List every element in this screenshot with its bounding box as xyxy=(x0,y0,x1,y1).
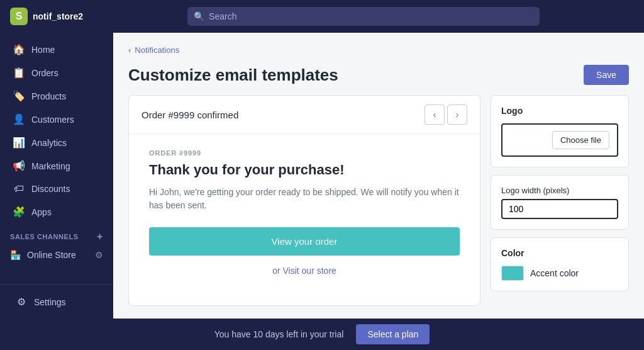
sidebar-label-orders: Orders xyxy=(31,68,58,78)
email-order-label: ORDER #9999 xyxy=(149,149,460,157)
search-icon: 🔍 xyxy=(194,11,204,21)
sidebar-item-settings[interactable]: ⚙ Settings xyxy=(5,291,108,313)
color-panel-title: Color xyxy=(501,248,618,258)
sales-channels-section: Sales Channels + xyxy=(0,223,113,245)
topbar: S notif_store2 🔍 xyxy=(0,0,644,33)
email-subject: Order #9999 confirmed xyxy=(142,110,238,120)
file-upload-area: Choose file xyxy=(501,123,618,157)
online-store-left: 🏪 Online Store xyxy=(10,250,76,260)
page-header: Customize email templates Save xyxy=(128,65,629,85)
store-logo: S notif_store2 xyxy=(10,8,83,25)
sidebar-item-analytics[interactable]: 📊 Analytics xyxy=(3,132,111,154)
page-title: Customize email templates xyxy=(128,65,338,85)
products-icon: 🏷️ xyxy=(13,90,25,102)
sidebar: 🏠 Home 📋 Orders 🏷️ Products 👤 Customers … xyxy=(0,33,113,319)
logo-width-panel: Logo width (pixels) xyxy=(491,175,629,230)
logo-panel-title: Logo xyxy=(501,106,618,116)
breadcrumb-label: Notifications xyxy=(135,45,179,55)
choose-file-button[interactable]: Choose file xyxy=(552,131,609,149)
add-channel-icon[interactable]: + xyxy=(97,231,103,242)
email-body-text: Hi John, we're getting your order ready … xyxy=(149,186,460,212)
color-swatch-row: Accent color xyxy=(501,266,618,281)
email-preview-header: Order #9999 confirmed ‹ › xyxy=(129,96,480,134)
sidebar-label-analytics: Analytics xyxy=(31,138,67,148)
discounts-icon: 🏷 xyxy=(13,183,25,195)
online-store-settings-icon[interactable]: ⚙ xyxy=(95,250,103,260)
analytics-icon: 📊 xyxy=(13,137,25,149)
color-panel: Color Accent color xyxy=(491,237,629,291)
prev-arrow-button[interactable]: ‹ xyxy=(425,104,445,125)
sidebar-label-online-store: Online Store xyxy=(27,250,76,260)
sidebar-item-products[interactable]: 🏷️ Products xyxy=(3,85,111,107)
breadcrumb[interactable]: ‹ Notifications xyxy=(128,45,629,55)
bottom-bar: You have 10 days left in your trial Sele… xyxy=(0,319,644,350)
two-col-layout: Order #9999 confirmed ‹ › ORDER #9999 Th… xyxy=(128,95,629,306)
sidebar-item-online-store[interactable]: 🏪 Online Store ⚙ xyxy=(0,245,113,265)
trial-text: You have 10 days left in your trial xyxy=(214,329,344,339)
email-body: ORDER #9999 Thank you for your purchase!… xyxy=(129,134,480,291)
main-layout: 🏠 Home 📋 Orders 🏷️ Products 👤 Customers … xyxy=(0,33,644,319)
apps-icon: 🧩 xyxy=(13,206,25,218)
visit-store-link[interactable]: Visit our store xyxy=(283,266,336,276)
visit-store-section: or Visit our store xyxy=(149,266,460,276)
select-plan-button[interactable]: Select a plan xyxy=(356,324,430,344)
customers-icon: 👤 xyxy=(13,113,25,125)
sidebar-settings-section: ⚙ Settings xyxy=(0,285,113,319)
sidebar-item-marketing[interactable]: 📢 Marketing xyxy=(3,155,111,177)
settings-icon: ⚙ xyxy=(15,296,28,308)
email-preview-card: Order #9999 confirmed ‹ › ORDER #9999 Th… xyxy=(128,95,480,306)
store-name: notif_store2 xyxy=(33,11,83,21)
nav-arrows: ‹ › xyxy=(425,104,467,125)
view-order-button[interactable]: View your order xyxy=(149,227,460,256)
content-area: ‹ Notifications Customize email template… xyxy=(113,33,644,319)
sidebar-item-apps[interactable]: 🧩 Apps xyxy=(3,201,111,223)
sidebar-label-discounts: Discounts xyxy=(31,184,70,194)
sidebar-label-customers: Customers xyxy=(31,115,74,125)
sidebar-item-discounts[interactable]: 🏷 Discounts xyxy=(3,178,111,200)
right-panel: Logo Choose file Logo width (pixels) Col… xyxy=(491,95,629,306)
home-icon: 🏠 xyxy=(13,43,25,55)
sidebar-item-customers[interactable]: 👤 Customers xyxy=(3,108,111,130)
breadcrumb-chevron-icon: ‹ xyxy=(128,45,131,55)
sales-channels-label: Sales Channels xyxy=(10,233,79,240)
logo-width-input[interactable] xyxy=(501,199,618,219)
email-thank-you-heading: Thank you for your purchase! xyxy=(149,162,460,178)
orders-icon: 📋 xyxy=(13,67,25,79)
sidebar-label-apps: Apps xyxy=(31,207,52,217)
sidebar-item-orders[interactable]: 📋 Orders xyxy=(3,62,111,84)
sidebar-label-marketing: Marketing xyxy=(31,161,70,171)
accent-color-swatch[interactable] xyxy=(501,266,524,281)
marketing-icon: 📢 xyxy=(13,160,25,172)
sidebar-label-products: Products xyxy=(31,91,66,101)
shopify-icon: S xyxy=(10,8,28,25)
sidebar-item-home[interactable]: 🏠 Home xyxy=(3,38,111,60)
next-arrow-button[interactable]: › xyxy=(447,104,467,125)
logo-panel: Logo Choose file xyxy=(491,95,629,167)
save-button[interactable]: Save xyxy=(584,65,629,85)
search-bar-container: 🔍 xyxy=(187,7,540,26)
accent-color-label: Accent color xyxy=(530,268,579,278)
sidebar-label-settings: Settings xyxy=(34,297,66,307)
sidebar-label-home: Home xyxy=(31,45,55,55)
online-store-icon: 🏪 xyxy=(10,250,21,260)
visit-store-or-text: or xyxy=(272,266,280,276)
logo-width-label: Logo width (pixels) xyxy=(501,186,618,195)
search-input[interactable] xyxy=(187,7,540,26)
